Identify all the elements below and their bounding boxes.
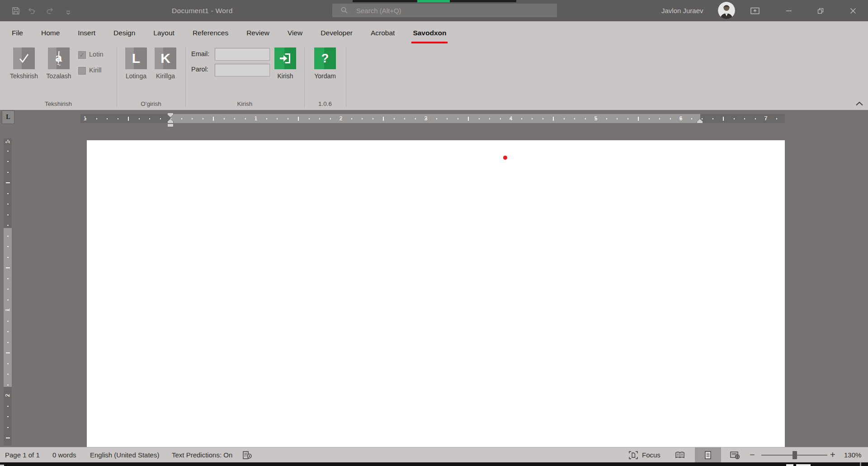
- read-mode-icon[interactable]: [675, 451, 685, 460]
- email-input[interactable]: [215, 48, 270, 61]
- language-indicator[interactable]: English (United States): [90, 447, 159, 462]
- email-field-label: Email:: [191, 50, 209, 57]
- ruler-number: 1: [84, 114, 87, 123]
- left-indent-marker[interactable]: [167, 124, 174, 127]
- titlebar: Document1 - Word Search (Alt+Q) Javlon J…: [0, 0, 868, 21]
- zoom-out-button[interactable]: −: [750, 447, 755, 462]
- checkmark-icon: ✓: [80, 52, 85, 58]
- ruler-number: 5: [594, 114, 598, 123]
- login-icon: [274, 48, 296, 69]
- restore-button[interactable]: [810, 0, 831, 21]
- first-line-indent-marker[interactable]: [167, 113, 174, 118]
- lotin-checkbox-label[interactable]: Lotin: [89, 51, 103, 58]
- cutoff-text-fragment: [786, 464, 793, 466]
- hanging-indent-marker[interactable]: [167, 119, 174, 124]
- word-count[interactable]: 0 words: [52, 447, 76, 462]
- undo-icon[interactable]: [26, 6, 36, 16]
- ruler-number: 2: [5, 391, 11, 399]
- group-label-kirish: Kirish: [185, 100, 304, 107]
- tab-review[interactable]: Review: [237, 21, 278, 44]
- lotin-checkbox[interactable]: ✓: [78, 51, 86, 59]
- tab-layout[interactable]: Layout: [144, 21, 184, 44]
- lotinga-button[interactable]: L Lotinga: [120, 48, 152, 80]
- web-layout-icon[interactable]: [730, 451, 741, 460]
- tab-view[interactable]: View: [278, 21, 311, 44]
- tekshirish-button[interactable]: Tekshirish: [8, 48, 40, 80]
- ribbon-content: Tekshirish a Tozalash ✓ Lotin ✓ Kirill L…: [0, 45, 868, 110]
- status-bar: Page 1 of 1 0 words English (United Stat…: [0, 447, 868, 462]
- group-divider: [304, 47, 305, 107]
- question-mark-icon: ?: [314, 48, 336, 69]
- kirill-checkbox-label[interactable]: Kirill: [89, 67, 101, 74]
- letter-k-icon: K: [155, 48, 176, 69]
- tab-home[interactable]: Home: [32, 21, 69, 44]
- question-glyph: ?: [321, 52, 329, 65]
- kirillga-button[interactable]: K Kirillga: [149, 48, 182, 80]
- ribbon-tab-row: File Home Insert Design Layout Reference…: [0, 21, 868, 45]
- tab-insert[interactable]: Insert: [69, 21, 104, 44]
- ruler-number: 1: [5, 138, 11, 146]
- red-dot-annotation: [503, 156, 507, 160]
- vertical-ruler[interactable]: 112: [4, 138, 12, 446]
- page-indicator[interactable]: Page 1 of 1: [5, 447, 40, 462]
- bottom-right-tick: [860, 462, 861, 466]
- parol-input[interactable]: [215, 64, 270, 76]
- focus-mode-icon[interactable]: [628, 451, 638, 460]
- print-layout-icon[interactable]: [695, 447, 721, 462]
- ruler-number: 1: [5, 306, 11, 314]
- letter-l-icon: L: [125, 48, 147, 69]
- group-label-version: 1.0.6: [304, 100, 346, 107]
- editor-proofing-icon[interactable]: [242, 451, 252, 460]
- tab-acrobat[interactable]: Acrobat: [362, 21, 404, 44]
- ruler-number: 1: [255, 114, 258, 123]
- check-icon: [13, 48, 35, 69]
- group-label-tekshirish: Tekshirish: [0, 100, 117, 107]
- zoom-in-button[interactable]: +: [830, 447, 835, 462]
- letter-l-glyph: L: [132, 52, 140, 65]
- group-divider: [117, 47, 117, 107]
- ruler-number: 3: [425, 114, 428, 123]
- search-icon: [340, 6, 349, 15]
- ribbon-display-options-icon[interactable]: [746, 0, 764, 21]
- minimize-button[interactable]: [778, 0, 799, 21]
- avatar[interactable]: [718, 2, 735, 19]
- collapse-ribbon-chevron-icon[interactable]: [855, 100, 865, 108]
- account-name[interactable]: Javlon Juraev: [661, 0, 703, 21]
- document-page[interactable]: [87, 140, 785, 447]
- tozalash-button[interactable]: a Tozalash: [42, 48, 75, 80]
- lotinga-button-label: Lotinga: [120, 72, 152, 80]
- kirillga-button-label: Kirillga: [149, 72, 182, 80]
- tab-savodxon[interactable]: Savodxon: [404, 21, 455, 44]
- kirish-button-label: Kirish: [269, 72, 302, 80]
- horizontal-ruler[interactable]: 11234567: [80, 114, 785, 123]
- group-label-ogirish: O'girish: [117, 100, 185, 107]
- tab-developer[interactable]: Developer: [311, 21, 362, 44]
- tab-stop-selector[interactable]: L: [2, 110, 14, 124]
- kirill-checkbox[interactable]: ✓: [78, 67, 86, 75]
- tab-design[interactable]: Design: [104, 21, 144, 44]
- tab-file[interactable]: File: [3, 21, 32, 44]
- zoom-level[interactable]: 130%: [844, 447, 861, 462]
- customize-qat-chevron-icon[interactable]: [63, 8, 73, 18]
- window-title: Document1 - Word: [172, 0, 233, 21]
- yordam-help-button[interactable]: ? Yordam: [309, 48, 341, 80]
- ribbon-tabs: File Home Insert Design Layout Reference…: [3, 21, 455, 44]
- cutoff-text-fragment: [796, 464, 811, 466]
- zoom-slider-handle[interactable]: [793, 451, 797, 459]
- kirish-login-button[interactable]: Kirish: [269, 48, 302, 80]
- ruler-number: 4: [509, 114, 513, 123]
- right-indent-marker[interactable]: [697, 119, 703, 124]
- ruler-number: 6: [679, 114, 683, 123]
- letter-k-glyph: K: [160, 52, 170, 65]
- search-placeholder: Search (Alt+Q): [356, 7, 401, 14]
- tekshirish-button-label: Tekshirish: [8, 72, 40, 80]
- bottom-edge-strip: [0, 462, 868, 466]
- text-predictions-indicator[interactable]: Text Predictions: On: [172, 447, 232, 462]
- tab-references[interactable]: References: [184, 21, 237, 44]
- close-button[interactable]: [842, 0, 864, 21]
- focus-label[interactable]: Focus: [642, 447, 660, 462]
- search-input[interactable]: Search (Alt+Q): [332, 4, 557, 17]
- tozalash-button-label: Tozalash: [42, 72, 75, 80]
- redo-icon[interactable]: [45, 6, 55, 16]
- save-icon[interactable]: [11, 6, 21, 16]
